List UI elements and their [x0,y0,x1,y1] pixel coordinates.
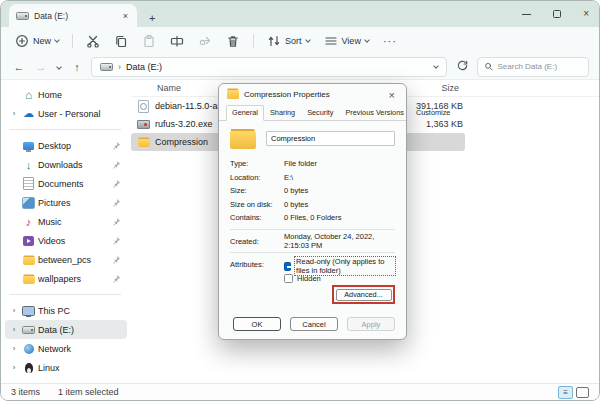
search-input[interactable] [497,62,582,71]
share-button[interactable] [192,31,218,51]
expand-chevron-icon[interactable]: › [9,306,19,315]
copy-button[interactable] [108,31,134,51]
sidebar-item[interactable]: › Home [5,85,127,104]
apply-button[interactable]: Apply [347,317,395,331]
item-count: 3 items [11,387,40,397]
delete-button[interactable] [220,31,246,51]
dialog-tab[interactable]: Sharing [264,105,301,120]
rename-button[interactable] [164,31,190,51]
sidebar-item[interactable]: › Music [5,212,127,231]
folder-name-input[interactable] [266,131,395,146]
close-icon[interactable]: × [583,10,589,18]
cut-button[interactable] [80,31,106,51]
explorer-tab[interactable]: Data (E:) × [9,4,137,27]
paste-button[interactable] [136,31,162,51]
expand-chevron-icon[interactable]: › [9,344,19,353]
sidebar-item[interactable]: › Downloads [5,155,127,174]
property-label: Type: [230,159,284,168]
cancel-button[interactable]: Cancel [290,317,338,331]
new-tab-button[interactable]: + [149,13,155,23]
sidebar-item[interactable]: › User - Personal [5,104,127,123]
forward-icon[interactable]: → [33,61,49,73]
pin-icon [111,198,121,208]
sidebar-item-label: User - Personal [38,109,108,119]
up-icon[interactable]: ↑ [69,61,85,73]
new-button[interactable]: New [9,31,65,51]
sidebar-item-label: Linux [38,363,108,373]
expand-chevron-icon[interactable]: › [9,109,19,118]
dialog-tab[interactable]: Customize [410,105,456,120]
sidebar-item[interactable]: › Network [5,339,127,358]
this-pc-icon [22,304,35,317]
sidebar-item[interactable]: › Documents [5,174,127,193]
property-value: 0 bytes [284,186,395,195]
pictures-icon [22,196,35,209]
maximize-icon[interactable] [553,10,561,18]
property-label: Size: [230,186,284,195]
view-icon [324,34,338,48]
refresh-button[interactable] [453,59,471,74]
property-row: Contains: 0 Files, 0 Folders [230,211,395,225]
search-box[interactable] [477,57,589,77]
documents-icon [22,177,35,190]
sidebar-item-label: Documents [38,179,108,189]
sidebar-item-label: between_pcs [38,255,108,265]
pin-icon [111,141,121,151]
sidebar-divider [9,129,121,130]
sort-button[interactable]: Sort [261,31,316,51]
dialog-title-bar[interactable]: Compression Properties × [219,84,406,105]
address-chevron-icon[interactable] [433,63,439,69]
tab-close-icon[interactable]: × [121,11,130,21]
expand-chevron-icon[interactable]: › [9,363,19,372]
sidebar-item-label: Pictures [38,198,108,208]
sidebar-item[interactable]: › Pictures [5,193,127,212]
expand-chevron-icon[interactable]: › [9,325,19,334]
refresh-icon [456,59,469,72]
dialog-close-icon[interactable]: × [386,89,398,101]
details-view-button[interactable]: ≡ [558,386,573,399]
app-icon [137,118,150,131]
trash-icon [226,34,240,48]
pin-icon [111,255,121,265]
readonly-checkbox[interactable] [284,262,291,271]
network-icon [22,342,35,355]
sidebar-item[interactable]: › Videos [5,231,127,250]
property-value: 0 bytes [284,200,395,209]
pin-icon [111,236,121,246]
breadcrumb-item[interactable]: Data (E:) [126,62,162,72]
drive-icon [22,323,35,336]
view-button[interactable]: View [318,31,375,51]
cut-icon [86,34,100,48]
selection-count: 1 item selected [58,387,119,397]
sidebar-item[interactable]: › Data (E:) [5,320,127,339]
sidebar-item[interactable]: › between_pcs [5,250,127,269]
minimize-icon[interactable] [522,14,531,15]
sidebar-item[interactable]: › Linux [5,358,127,377]
property-label: Contains: [230,213,284,222]
history-chevron-icon[interactable] [56,64,62,70]
back-icon[interactable]: ← [11,61,27,73]
created-label: Created: [230,237,284,246]
more-options-button[interactable]: ··· [377,35,403,47]
folder-icon-large [230,131,256,149]
dialog-tab[interactable]: General [226,105,264,121]
dialog-tab[interactable]: Security [301,105,339,120]
command-toolbar: New Sort View [1,27,599,54]
sidebar-item[interactable]: › wallpapers [5,269,127,288]
toolbar-divider [253,34,254,48]
tab-bar: Data (E:) × + × [1,1,599,27]
advanced-button[interactable]: Advanced... [336,289,392,301]
readonly-label[interactable]: Read-only (Only applies to files in fold… [295,257,395,275]
hidden-checkbox[interactable] [284,274,293,283]
sidebar-item[interactable]: › Desktop [5,136,127,155]
dialog-tab[interactable]: Previous Versions [339,105,409,120]
ok-button[interactable]: OK [233,317,281,331]
breadcrumb[interactable]: › Data (E:) [91,57,447,77]
thumbnail-view-button[interactable] [576,387,589,398]
sidebar-item-label: Downloads [38,160,108,170]
chevron-down-icon [364,37,370,43]
copy-icon [114,34,128,48]
sidebar-item[interactable]: › This PC [5,301,127,320]
hidden-label[interactable]: Hidden [297,274,321,283]
file-explorer-window: Data (E:) × + × New [0,0,600,401]
